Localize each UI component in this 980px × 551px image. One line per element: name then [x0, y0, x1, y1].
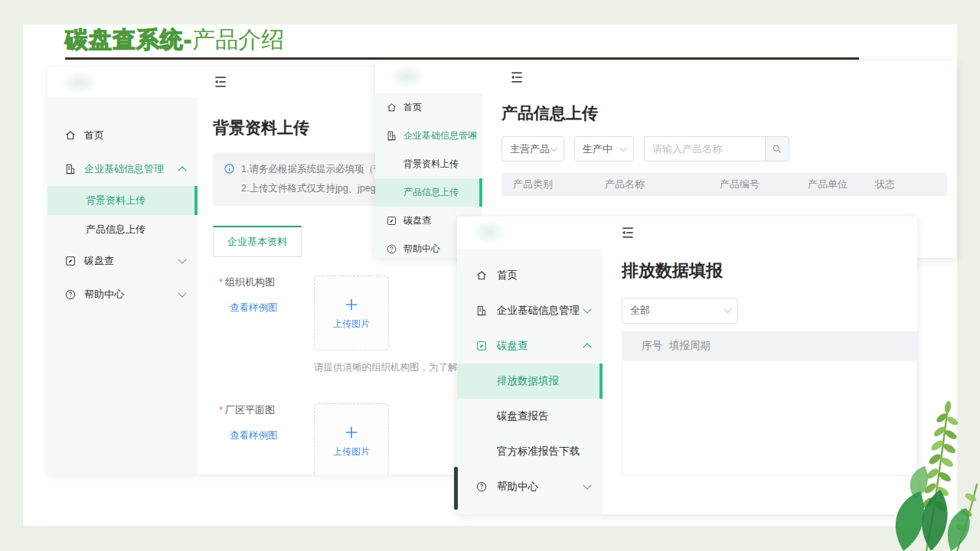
column-header: 操作 [936, 178, 947, 191]
sidebar-item-carbon-check[interactable]: 碳盘查 [47, 244, 198, 278]
view-sample-link[interactable]: 查看样例图 [230, 429, 314, 442]
chevron-up-icon [178, 166, 186, 174]
form-row-org-chart: *组织机构图 查看样例图 上传图片 [213, 276, 446, 350]
window-edge-artifact [454, 467, 458, 510]
collapse-sidebar-icon[interactable] [620, 225, 635, 240]
info-icon [224, 163, 235, 174]
emission-table-header: 序号 填报周期 [622, 331, 917, 360]
sidebar-item-label: 企业基础信息管理 [497, 304, 580, 318]
view-sample-link[interactable]: 查看样例图 [230, 302, 314, 315]
edit-document-icon [475, 340, 488, 352]
chevron-down-icon [724, 305, 732, 313]
sidebar-item-background-upload[interactable]: 背景资料上传 [375, 150, 482, 178]
collapse-sidebar-icon[interactable] [509, 70, 524, 85]
app3-main: 排放数据填报 全部 序号 填报周期 [603, 249, 917, 514]
sidebar-item-standard-report-download[interactable]: 官方标准报告下载 [457, 434, 603, 469]
chevron-down-icon [583, 305, 591, 313]
sidebar-item-home[interactable]: 首页 [457, 258, 603, 293]
sidebar-item-help-center[interactable]: 帮助中心 [47, 278, 198, 311]
product-table-header: 产品类别 产品名称 产品编号 产品单位 状态 操作 [501, 173, 947, 196]
app-window-emission-data: 首页 企业基础信息管理 碳盘查 排放数据填报 碳盘查报告 [457, 217, 917, 514]
column-header: 序号 [622, 339, 669, 353]
home-icon [386, 102, 397, 113]
sidebar-item-label: 碳盘查 [497, 339, 528, 353]
chevron-down-icon [550, 144, 558, 152]
building-icon [475, 305, 488, 317]
building-icon [386, 130, 397, 142]
sidebar-item-enterprise-info[interactable]: 企业基础信息管理 [375, 122, 482, 150]
app2-logo [389, 64, 426, 89]
period-filter-select[interactable]: 全部 [622, 298, 738, 324]
building-icon [64, 163, 77, 175]
home-icon [475, 269, 488, 282]
upload-image-label: 上传图片 [333, 318, 370, 331]
search-input[interactable] [644, 136, 765, 161]
sidebar-item-enterprise-info[interactable]: 企业基础信息管理 [47, 152, 198, 186]
column-header: 产品名称 [593, 178, 708, 191]
search-group [644, 136, 789, 161]
slide: 碳盘查系统-产品介绍 首页 企业基础信息管理 背景资料 [0, 0, 980, 551]
chevron-down-icon [583, 481, 591, 489]
question-circle-icon [475, 481, 488, 493]
sidebar-item-label: 碳盘查 [84, 254, 114, 268]
emission-table-body-empty [622, 360, 917, 476]
sidebar-item-carbon-check[interactable]: 碳盘查 [457, 328, 603, 364]
app3-logo [471, 220, 508, 244]
sidebar-item-product-upload[interactable]: 产品信息上传 [375, 178, 482, 207]
sidebar-item-home[interactable]: 首页 [375, 93, 482, 122]
production-status-select[interactable]: 生产中 [574, 136, 634, 161]
sidebar-item-label: 背景资料上传 [86, 194, 145, 207]
collapse-sidebar-icon[interactable] [213, 74, 228, 90]
sidebar-item-label: 碳盘查 [403, 214, 431, 227]
app3-sidebar: 首页 企业基础信息管理 碳盘查 排放数据填报 碳盘查报告 [457, 249, 603, 514]
app2-topbar [375, 61, 957, 94]
title-underline [65, 57, 859, 60]
upload-image-button[interactable]: 上传图片 [314, 276, 389, 350]
sidebar-item-label: 企业基础信息管理 [84, 162, 164, 176]
plus-icon [343, 424, 360, 441]
required-asterisk: * [219, 404, 223, 416]
app3-page-title: 排放数据填报 [622, 259, 917, 282]
edit-document-icon [386, 215, 397, 227]
product-type-select[interactable]: 主营产品 [501, 136, 564, 161]
chevron-down-icon [178, 255, 186, 263]
app2-page-title: 产品信息上传 [501, 103, 957, 124]
field-label: *组织机构图 [219, 276, 314, 289]
select-value: 全部 [630, 304, 650, 318]
sidebar-item-label: 企业基础信息管理 [403, 129, 477, 142]
title-bold-part: 碳盘查系统- [65, 27, 192, 52]
tab-enterprise-basic-info[interactable]: 企业基本资料 [213, 226, 302, 257]
chevron-down-icon [620, 144, 628, 152]
column-header: 产品类别 [501, 178, 593, 191]
search-button[interactable] [765, 136, 789, 161]
sidebar-item-label: 背景资料上传 [403, 158, 459, 171]
field-label: *厂区平面图 [219, 403, 314, 417]
app3-topbar [457, 217, 917, 249]
sidebar-item-enterprise-info[interactable]: 企业基础信息管理 [457, 293, 603, 328]
upload-image-label: 上传图片 [333, 445, 370, 458]
home-icon [64, 129, 77, 142]
upload-image-button[interactable]: 上传图片 [314, 403, 389, 474]
question-circle-icon [386, 243, 397, 255]
column-header: 填报周期 [669, 339, 710, 353]
app1-logo [61, 70, 98, 95]
upload-hint: 请提供清晰的组织机构图，为了解碳排放 [314, 361, 446, 374]
form-row-factory-plan: *厂区平面图 查看样例图 上传图片 [213, 403, 446, 474]
app1-sidebar: 首页 企业基础信息管理 背景资料上传 产品信息上传 碳盘查 [47, 97, 198, 474]
sidebar-item-carbon-report[interactable]: 碳盘查报告 [457, 399, 603, 434]
search-icon [772, 144, 782, 155]
sidebar-item-label: 排放数据填报 [497, 374, 559, 388]
sidebar-item-emission-data[interactable]: 排放数据填报 [457, 364, 603, 399]
sidebar-item-product-upload[interactable]: 产品信息上传 [47, 215, 198, 244]
sidebar-item-label: 首页 [403, 101, 422, 114]
sidebar-item-home[interactable]: 首页 [47, 119, 198, 152]
sidebar-item-label: 帮助中心 [497, 480, 538, 494]
sidebar-item-background-upload[interactable]: 背景资料上传 [47, 186, 198, 215]
emission-table: 序号 填报周期 [622, 331, 917, 476]
sidebar-item-label: 官方标准报告下载 [497, 445, 580, 458]
required-asterisk: * [219, 276, 223, 288]
sidebar-item-help-center[interactable]: 帮助中心 [457, 469, 603, 504]
column-header: 状态 [864, 178, 936, 191]
title-regular-part: 产品介绍 [192, 27, 284, 52]
plus-icon [343, 296, 360, 313]
